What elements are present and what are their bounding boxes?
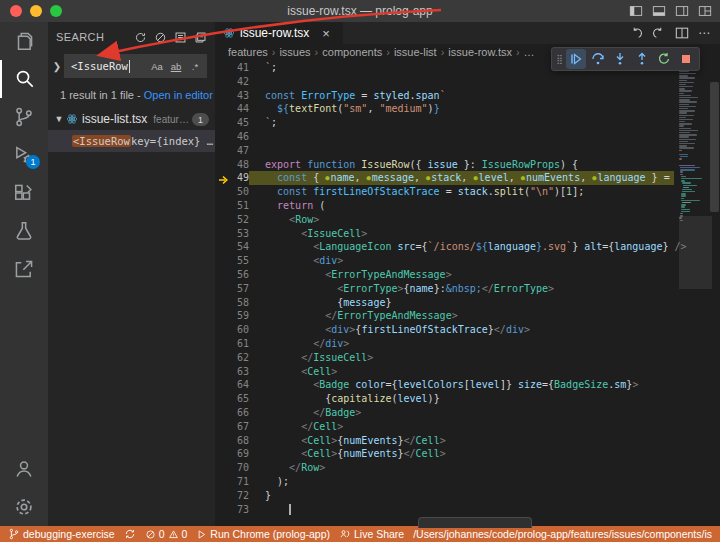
line-number[interactable]: 54 bbox=[215, 240, 249, 254]
line-number[interactable]: 71 bbox=[215, 475, 249, 489]
git-branch-item[interactable]: debugging-exercise bbox=[8, 528, 115, 540]
code-line-66[interactable]: 66 </Badge> bbox=[215, 406, 678, 420]
toggle-replace-chevron-icon[interactable]: ❯ bbox=[50, 61, 64, 72]
code-line-60[interactable]: 60 <div>{firstLineOfStackTrace}</div> bbox=[215, 323, 678, 337]
line-number[interactable]: 64 bbox=[215, 378, 249, 392]
testing-icon[interactable] bbox=[0, 212, 48, 250]
line-number[interactable]: 44 bbox=[215, 102, 249, 116]
line-number[interactable]: 56 bbox=[215, 268, 249, 282]
line-number[interactable]: 45 bbox=[215, 116, 249, 130]
line-number[interactable]: 68 bbox=[215, 434, 249, 448]
close-window-button[interactable] bbox=[10, 5, 22, 17]
extensions-icon[interactable] bbox=[0, 174, 48, 212]
line-number[interactable]: 63 bbox=[215, 365, 249, 379]
code-line-42[interactable]: 42 bbox=[215, 75, 678, 89]
breadcrumb-item[interactable]: … bbox=[512, 46, 535, 58]
search-icon[interactable] bbox=[0, 60, 48, 98]
restart-icon[interactable] bbox=[654, 49, 674, 69]
line-number[interactable]: 65 bbox=[215, 392, 249, 406]
step-over-icon[interactable] bbox=[588, 49, 608, 69]
live-share-item[interactable]: Live Share bbox=[339, 528, 404, 540]
collapse-all-icon[interactable] bbox=[194, 31, 207, 44]
line-number[interactable]: 69 bbox=[215, 447, 249, 461]
breadcrumb-item[interactable]: issue-row.tsx bbox=[437, 46, 512, 58]
problems-item[interactable]: 0 0 bbox=[145, 528, 188, 540]
breadcrumb-item[interactable]: issues bbox=[268, 46, 311, 58]
breadcrumb-item[interactable]: issue-list bbox=[382, 46, 436, 58]
code-line-65[interactable]: 65 {capitalize(level)} bbox=[215, 392, 678, 406]
maximize-window-button[interactable] bbox=[50, 5, 62, 17]
line-number[interactable]: 66 bbox=[215, 406, 249, 420]
code-line-63[interactable]: 63 <Cell> bbox=[215, 365, 678, 379]
line-number[interactable]: 48 bbox=[215, 158, 249, 172]
code-line-67[interactable]: 67 </Cell> bbox=[215, 420, 678, 434]
code-line-70[interactable]: 70 </Row> bbox=[215, 461, 678, 475]
step-out-icon[interactable] bbox=[632, 49, 652, 69]
search-result-file-row[interactable]: ▼ issue-list.tsx features/iss… 1 bbox=[48, 108, 215, 130]
match-case-toggle[interactable]: Aa bbox=[149, 57, 165, 75]
code-line-49[interactable]: 49 const { ●name, ●message, ●stack, ●lev… bbox=[215, 171, 678, 185]
line-number[interactable]: 70 bbox=[215, 461, 249, 475]
run-task-item[interactable]: Run Chrome (prolog-app) bbox=[196, 528, 330, 540]
code-line-47[interactable]: 47 bbox=[215, 144, 678, 158]
toolbar-drag-handle[interactable]: ⣿ bbox=[555, 54, 564, 64]
code-line-64[interactable]: 64 <Badge color={levelColors[level]} siz… bbox=[215, 378, 678, 392]
line-number[interactable]: 46 bbox=[215, 130, 249, 144]
settings-gear-icon[interactable] bbox=[0, 488, 48, 526]
explorer-icon[interactable] bbox=[0, 22, 48, 60]
scrollbar-thumb[interactable] bbox=[710, 82, 719, 212]
line-number[interactable]: 62 bbox=[215, 351, 249, 365]
more-actions-icon[interactable]: ⋯ bbox=[698, 26, 710, 40]
code-line-69[interactable]: 69 <Cell>{numEvents}</Cell> bbox=[215, 447, 678, 461]
minimap[interactable] bbox=[679, 62, 706, 222]
line-number[interactable]: 47 bbox=[215, 144, 249, 158]
breadcrumb-item[interactable]: components bbox=[311, 46, 383, 58]
navigate-forward-icon[interactable] bbox=[652, 26, 666, 40]
code-line-51[interactable]: 51 return ( bbox=[215, 199, 678, 213]
open-new-search-editor-icon[interactable] bbox=[174, 31, 187, 44]
line-number[interactable]: 51 bbox=[215, 199, 249, 213]
line-number[interactable]: 67 bbox=[215, 420, 249, 434]
line-number[interactable]: 52 bbox=[215, 213, 249, 227]
code-line-56[interactable]: 56 <ErrorTypeAndMessage> bbox=[215, 268, 678, 282]
line-number[interactable]: 57 bbox=[215, 282, 249, 296]
sync-changes-icon[interactable] bbox=[124, 528, 136, 540]
account-icon[interactable] bbox=[0, 450, 48, 488]
search-match-row[interactable]: <IssueRow key={index} issue={i… bbox=[48, 130, 215, 152]
line-number[interactable]: 59 bbox=[215, 309, 249, 323]
code-line-44[interactable]: 44 ${textFont("sm", "medium")} bbox=[215, 102, 678, 116]
split-editor-icon[interactable] bbox=[675, 26, 689, 40]
clear-search-results-icon[interactable] bbox=[154, 31, 167, 44]
code-line-55[interactable]: 55 <div> bbox=[215, 254, 678, 268]
code-line-62[interactable]: 62 </IssueCell> bbox=[215, 351, 678, 365]
code-line-72[interactable]: 72} bbox=[215, 489, 678, 503]
code-editor[interactable]: 41`;4243const ErrorType = styled.span`44… bbox=[215, 60, 720, 526]
line-number[interactable]: 58 bbox=[215, 296, 249, 310]
search-input[interactable]: <IssueRow Aa ab .* bbox=[64, 54, 207, 78]
step-into-icon[interactable] bbox=[610, 49, 630, 69]
code-line-52[interactable]: 52 <Row> bbox=[215, 213, 678, 227]
tab-issue-row[interactable]: issue-row.tsx × bbox=[215, 22, 343, 44]
stop-icon[interactable] bbox=[676, 49, 696, 69]
line-number[interactable]: 41 bbox=[215, 61, 249, 75]
line-number[interactable]: 72 bbox=[215, 489, 249, 503]
line-number[interactable]: 60 bbox=[215, 323, 249, 337]
toggle-secondary-sidebar-icon[interactable] bbox=[675, 4, 689, 18]
minimap-slider[interactable] bbox=[679, 216, 712, 289]
customize-layout-icon[interactable] bbox=[698, 4, 712, 18]
line-number[interactable]: 53 bbox=[215, 227, 249, 241]
line-number[interactable]: 50 bbox=[215, 185, 249, 199]
code-line-73[interactable]: 73 bbox=[215, 503, 678, 517]
continue-icon[interactable] bbox=[566, 49, 586, 69]
code-line-45[interactable]: 45`; bbox=[215, 116, 678, 130]
open-in-editor-link[interactable]: Open in editor bbox=[144, 89, 213, 101]
regex-toggle[interactable]: .* bbox=[187, 57, 203, 75]
code-line-53[interactable]: 53 <IssueCell> bbox=[215, 227, 678, 241]
whole-word-toggle[interactable]: ab bbox=[168, 57, 184, 75]
code-line-59[interactable]: 59 </ErrorTypeAndMessage> bbox=[215, 309, 678, 323]
line-number[interactable]: 73 bbox=[215, 503, 249, 517]
live-share-icon[interactable] bbox=[0, 250, 48, 288]
line-number[interactable]: 43 bbox=[215, 89, 249, 103]
code-line-48[interactable]: 48export function IssueRow({ issue }: Is… bbox=[215, 158, 678, 172]
close-tab-icon[interactable]: × bbox=[322, 26, 330, 41]
